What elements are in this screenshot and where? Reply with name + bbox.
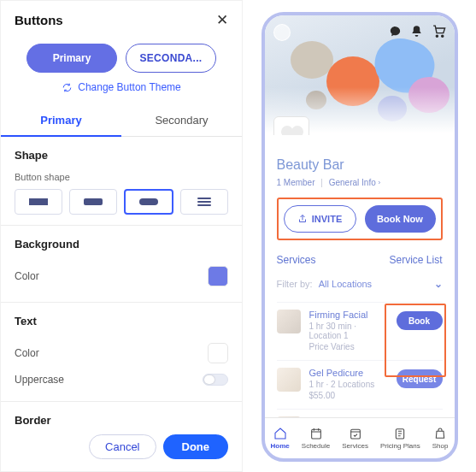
shape-options [15,189,228,215]
invite-button[interactable]: INVITE [284,205,356,233]
nav-label: Home [271,442,290,450]
service-thumb [277,416,301,417]
request-button[interactable]: Request [397,369,443,388]
section-background: Background Color [1,226,242,303]
refresh-icon [62,82,73,93]
service-price: Price Varies [309,342,388,351]
member-count: 1 Member [277,178,315,187]
primary-preview-button[interactable]: Primary [26,44,117,73]
service-name: Gel Pedicure [309,368,388,378]
tabs: Primary Secondary [1,105,242,137]
change-theme-link[interactable]: Change Button Theme [1,81,242,105]
invite-label: INVITE [312,214,342,224]
book-now-button[interactable]: Book Now [365,205,436,233]
list-item[interactable]: Basic Makeup [277,409,443,417]
bag-icon [433,427,447,440]
section-border-title: Border [15,414,228,424]
home-icon [273,427,287,440]
list-item[interactable]: Firming Facial 1 hr 30 min · Location 1 … [277,302,443,360]
done-button[interactable]: Done [163,434,229,459]
service-thumb [277,368,301,392]
service-detail: 1 hr · 2 Locations [309,380,388,389]
section-text: Text Color Uppercase [1,303,242,402]
business-logo[interactable] [273,116,309,135]
section-shape: Shape Button shape [1,137,242,226]
shape-square[interactable] [15,189,62,215]
service-name: Basic Makeup [309,416,443,417]
panel-header: Buttons ✕ [1,1,242,38]
service-price: $55.00 [309,391,388,400]
nav-label: Shop [432,442,449,450]
tab-secondary[interactable]: Secondary [121,105,242,136]
bottom-nav: Home Schedule Services Pricing Plans Sho… [265,417,455,458]
cancel-button[interactable]: Cancel [89,434,156,459]
button-shape-label: Button shape [15,172,228,182]
hero-image [265,15,455,135]
nav-home[interactable]: Home [271,427,290,450]
calendar-check-icon [349,427,362,440]
settings-panel: Buttons ✕ Primary SECONDA... Change Butt… [0,0,243,472]
shape-rounded[interactable] [69,189,117,215]
panel-title: Buttons [15,13,63,27]
panel-scroll[interactable]: Primary SECONDA... Change Button Theme P… [1,38,242,424]
cta-row: INVITE Book Now [277,198,443,240]
filter-value: All Locations [319,279,372,289]
chat-icon[interactable] [389,25,402,40]
service-name: Firming Facial [309,310,388,320]
general-info-link[interactable]: General Info [329,178,376,187]
panel-footer: Cancel Done [1,424,242,471]
nav-pricing[interactable]: Pricing Plans [380,427,420,450]
book-button[interactable]: Book [397,311,443,330]
svg-point-1 [441,35,443,37]
preview-area: Beauty Bar 1 Member | General Info › INV… [243,0,476,472]
background-color-swatch[interactable] [208,266,228,286]
uppercase-label: Uppercase [15,374,64,386]
tab-primary[interactable]: Primary [1,105,121,137]
nav-shop[interactable]: Shop [432,427,449,450]
section-background-title: Background [15,238,228,251]
business-title: Beauty Bar [277,157,443,173]
nav-label: Pricing Plans [380,442,420,450]
share-icon [297,214,308,224]
uppercase-toggle[interactable] [203,374,228,386]
svg-rect-2 [311,429,320,439]
nav-label: Schedule [302,442,330,450]
svg-point-0 [436,35,438,37]
bell-icon[interactable] [410,25,423,40]
text-color-swatch[interactable] [208,343,228,363]
svg-rect-3 [350,429,360,439]
background-color-label: Color [15,270,39,282]
text-color-label: Color [15,347,39,359]
section-text-title: Text [15,315,228,327]
services-header: Services Service List [277,254,443,266]
chevron-down-icon: ⌄ [434,278,443,290]
service-list-link[interactable]: Service List [389,254,442,266]
shape-pill[interactable] [124,189,173,215]
cart-icon[interactable] [432,24,446,41]
nav-label: Services [342,442,368,450]
services-label: Services [277,254,316,266]
phone-body: Beauty Bar 1 Member | General Info › INV… [265,135,455,417]
hero-icons [389,24,446,41]
filter-by-label: Filter by: [277,279,313,289]
service-thumb [277,310,301,333]
section-border: Border Width 1 px Color [1,402,242,424]
section-shape-title: Shape [15,149,228,162]
chevron-right-icon: › [379,179,381,186]
calendar-icon [309,427,323,440]
phone-frame: Beauty Bar 1 Member | General Info › INV… [262,12,458,462]
close-icon[interactable]: ✕ [216,13,228,27]
shape-text[interactable] [180,189,228,215]
list-item[interactable]: Gel Pedicure 1 hr · 2 Locations $55.00 R… [277,360,443,409]
business-subheader: 1 Member | General Info › [277,178,443,187]
services-list: Firming Facial 1 hr 30 min · Location 1 … [277,302,443,417]
secondary-preview-button[interactable]: SECONDA... [126,44,216,73]
service-detail: 1 hr 30 min · Location 1 [309,322,388,340]
filter-row[interactable]: Filter by: All Locations ⌄ [277,278,443,290]
pricing-icon [393,427,407,440]
theme-preview-row: Primary SECONDA... [1,38,242,81]
nav-services[interactable]: Services [342,427,368,450]
change-theme-label: Change Button Theme [78,81,181,93]
nav-schedule[interactable]: Schedule [302,427,330,450]
avatar[interactable] [273,24,291,41]
